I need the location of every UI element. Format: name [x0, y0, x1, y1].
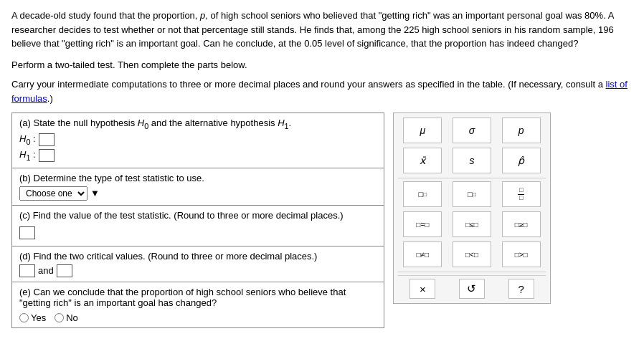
symbol-phat[interactable]: p̂ — [502, 148, 541, 173]
part-c-row: (c) Find the value of the test statistic… — [12, 205, 384, 246]
symbol-mu[interactable]: μ — [403, 118, 442, 143]
carry-text: Carry your intermediate computations to … — [11, 77, 633, 105]
symbol-row-2: x̄ s p̂ — [398, 148, 546, 173]
symbol-divider-1 — [398, 178, 546, 178]
critical-value-2-input[interactable] — [57, 264, 72, 277]
symbol-row-4: □=□ □≤□ □≥□ — [398, 211, 546, 237]
part-e-cell: (e) Can we conclude that the proportion … — [12, 282, 384, 327]
symbol-undo[interactable]: ↺ — [459, 279, 485, 299]
symbol-times[interactable]: × — [409, 279, 435, 299]
test-statistic-dropdown[interactable]: Choose one z t Chi-square F — [19, 186, 87, 201]
symbol-neq[interactable]: □≠□ — [403, 241, 442, 267]
part-d-cell: (d) Find the two critical values. (Round… — [12, 246, 384, 282]
part-b-row: (b) Determine the type of test statistic… — [12, 168, 384, 205]
part-e-label: (e) Can we conclude that the proportion … — [19, 287, 346, 308]
part-d-row: (d) Find the two critical values. (Round… — [12, 246, 384, 282]
critical-value-1-input[interactable] — [19, 264, 35, 277]
h1-symbol: H1 : — [19, 149, 36, 162]
yes-radio[interactable] — [19, 313, 29, 322]
symbol-bottom-row: × ↺ ? — [398, 275, 546, 299]
critical-values-row: and — [19, 264, 377, 277]
part-a-cell: (a) State the null hypothesis H0 and the… — [12, 113, 384, 168]
symbol-geq[interactable]: □≥□ — [502, 211, 541, 237]
symbol-panel: μ σ p x̄ s p̂ □□ □□ □□ □=□ □≤□ □≥□ □≠□ □… — [393, 113, 551, 304]
part-c-label: (c) Find the value of the test statistic… — [19, 210, 344, 221]
symbol-eq[interactable]: □=□ — [403, 211, 442, 237]
no-label: No — [66, 312, 78, 323]
symbol-sigma[interactable]: σ — [453, 118, 491, 143]
symbol-row-5: □≠□ □<□ □>□ — [398, 241, 546, 267]
part-e-row: (e) Can we conclude that the proportion … — [12, 282, 384, 327]
no-radio-label[interactable]: No — [55, 312, 78, 323]
symbol-p[interactable]: p — [502, 118, 541, 143]
symbol-help[interactable]: ? — [508, 279, 534, 299]
symbol-s[interactable]: s — [453, 148, 491, 173]
symbol-subscript[interactable]: □□ — [453, 181, 491, 207]
h0-row: H0 : — [19, 133, 377, 146]
dropdown-arrow: ▼ — [90, 188, 100, 198]
part-d-label: (d) Find the two critical values. (Round… — [19, 251, 317, 262]
yes-label: Yes — [31, 312, 46, 323]
part-a-row: (a) State the null hypothesis H0 and the… — [12, 113, 384, 168]
part-b-cell: (b) Determine the type of test statistic… — [12, 168, 384, 205]
part-c-cell: (c) Find the value of the test statistic… — [12, 205, 384, 246]
symbol-row-1: μ σ p — [398, 118, 546, 143]
test-stat-input[interactable] — [19, 226, 35, 239]
main-layout: (a) State the null hypothesis H0 and the… — [11, 113, 633, 328]
symbol-leq[interactable]: □≤□ — [453, 211, 491, 237]
and-text: and — [38, 265, 54, 276]
formulas-link[interactable]: list of formulas — [11, 79, 628, 104]
perform-text: Perform a two-tailed test. Then complete… — [11, 58, 633, 72]
questions-table: (a) State the null hypothesis H0 and the… — [11, 113, 384, 328]
symbol-gt[interactable]: □>□ — [502, 241, 541, 267]
h1-input[interactable] — [39, 149, 55, 162]
h0-symbol: H0 : — [19, 133, 36, 146]
h0-input[interactable] — [39, 133, 55, 146]
intro-text: A decade-old study found that the propor… — [11, 9, 633, 51]
symbol-fraction[interactable]: □□ — [502, 181, 541, 207]
h1-row: H1 : — [19, 149, 377, 162]
no-radio[interactable] — [55, 313, 64, 322]
symbol-divider-2 — [398, 272, 546, 272]
part-b-label: (b) Determine the type of test statistic… — [19, 173, 204, 183]
symbol-row-3: □□ □□ □□ — [398, 181, 546, 207]
radio-row: Yes No — [19, 312, 377, 323]
part-a-label: (a) State the null hypothesis H0 and the… — [19, 118, 291, 128]
symbol-lt[interactable]: □<□ — [453, 241, 491, 267]
symbol-square[interactable]: □□ — [403, 181, 442, 207]
dropdown-container: Choose one z t Chi-square F ▼ — [19, 186, 377, 201]
symbol-xbar[interactable]: x̄ — [403, 148, 442, 173]
yes-radio-label[interactable]: Yes — [19, 312, 46, 323]
